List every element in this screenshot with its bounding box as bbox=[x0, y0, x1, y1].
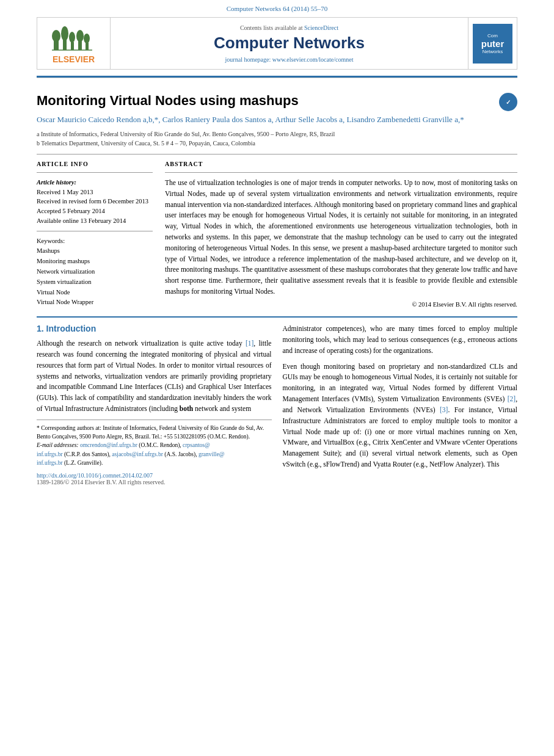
accepted-date: Accepted 5 February 2014 bbox=[37, 206, 153, 216]
revised-date: Received in revised form 6 December 2013 bbox=[37, 197, 153, 206]
main-content: 1. Introduction Although the research on… bbox=[37, 324, 517, 485]
section-divider bbox=[37, 154, 517, 154]
authors-text: Oscar Mauricio Caicedo Rendon a,b,*, Car… bbox=[37, 115, 464, 124]
cn-logo-bot: Networks bbox=[483, 49, 503, 54]
footnote-divider bbox=[37, 420, 272, 420]
keywords-section: Keywords: Mashups Monitoring mashups Net… bbox=[37, 236, 153, 308]
issn-text: 1389-1286/© 2014 Elsevier B.V. All right… bbox=[37, 479, 272, 485]
keywords-divider bbox=[37, 231, 153, 231]
keyword-4: System virtualization bbox=[37, 277, 153, 288]
intro-right-col: Administrator competences), who are many… bbox=[283, 324, 518, 485]
keyword-2: Monitoring mashups bbox=[37, 256, 153, 267]
email1-link[interactable]: omcrendon@inf.ufrgs.br bbox=[80, 442, 137, 448]
copyright-line: © 2014 Elsevier B.V. All rights reserved… bbox=[165, 301, 517, 308]
affiliations: a Institute of Informatics, Federal Univ… bbox=[37, 129, 517, 148]
email-footnote: E-mail addresses: omcrendon@inf.ufrgs.br… bbox=[37, 441, 272, 467]
intro-left-col: 1. Introduction Although the research on… bbox=[37, 324, 272, 485]
intro-paragraph-1: Although the research on network virtual… bbox=[37, 338, 272, 415]
ref-2-link[interactable]: [2] bbox=[508, 395, 516, 402]
title-row: Monitoring Virtual Nodes using mashups ✓ bbox=[37, 84, 517, 114]
sciencedirect-link[interactable]: ScienceDirect bbox=[304, 24, 338, 31]
keyword-3: Network virtualization bbox=[37, 267, 153, 277]
cn-logo-section: Com puter Networks bbox=[468, 18, 517, 69]
abstract-title: ABSTRACT bbox=[165, 161, 517, 167]
intro-number: 1. bbox=[37, 324, 44, 333]
journal-title-section: Contents lists available at ScienceDirec… bbox=[111, 18, 468, 69]
journal-title: Computer Networks bbox=[214, 34, 365, 53]
affiliation-b: b Telematics Department, University of C… bbox=[37, 139, 517, 148]
received-date: Received 1 May 2013 bbox=[37, 187, 153, 197]
keyword-1: Mashups bbox=[37, 246, 153, 256]
intro-paragraph-3: Even though monitoring based on propriet… bbox=[283, 362, 518, 470]
article-info-column: ARTICLE INFO Article history: Received 1… bbox=[37, 161, 153, 308]
elsevier-tree-icon bbox=[51, 23, 97, 52]
svg-point-1 bbox=[52, 30, 60, 42]
article-history: Article history: Received 1 May 2013 Rec… bbox=[37, 178, 153, 226]
doi-link[interactable]: http://dx.doi.org/10.1016/j.comnet.2014.… bbox=[37, 472, 272, 479]
keywords-label: Keywords: bbox=[37, 238, 65, 244]
article-body: Monitoring Virtual Nodes using mashups ✓… bbox=[0, 78, 554, 492]
intro-heading: 1. Introduction bbox=[37, 324, 272, 333]
svg-rect-2 bbox=[63, 40, 67, 50]
keyword-5: Virtual Node bbox=[37, 288, 153, 298]
svg-point-7 bbox=[76, 30, 84, 42]
svg-rect-0 bbox=[54, 41, 59, 50]
affiliation-a: a Institute of Informatics, Federal Univ… bbox=[37, 129, 517, 139]
svg-rect-8 bbox=[86, 43, 89, 50]
abstract-text: The use of virtualization technologies i… bbox=[165, 178, 517, 297]
abstract-column: ABSTRACT The use of virtualization techn… bbox=[165, 161, 517, 308]
svg-rect-6 bbox=[78, 41, 82, 50]
article-title: Monitoring Virtual Nodes using mashups bbox=[37, 93, 299, 109]
intro-paragraph-2: Administrator competences), who are many… bbox=[283, 324, 518, 356]
history-label: Article history: bbox=[37, 179, 76, 186]
available-date: Available online 13 February 2014 bbox=[37, 216, 153, 226]
svg-rect-4 bbox=[71, 42, 74, 50]
crossmark-icon[interactable]: ✓ bbox=[499, 93, 517, 111]
elsevier-brand-text: ELSEVIER bbox=[53, 54, 95, 64]
svg-point-5 bbox=[69, 32, 75, 43]
email3-link[interactable]: asjacobs@inf.ufrgs.br bbox=[112, 451, 163, 457]
homepage-url: journal homepage: www.elsevier.com/locat… bbox=[225, 56, 354, 63]
cn-logo-mid: puter bbox=[481, 38, 505, 49]
main-divider bbox=[37, 316, 517, 318]
ref-1-link[interactable]: [1] bbox=[246, 340, 253, 347]
info-abstract-section: ARTICLE INFO Article history: Received 1… bbox=[37, 161, 517, 308]
elsevier-logo: ELSEVIER bbox=[51, 23, 97, 64]
journal-reference-text: Computer Networks 64 (2014) 55–70 bbox=[227, 5, 328, 12]
keyword-6: Virtual Node Wrapper bbox=[37, 297, 153, 308]
authors: Oscar Mauricio Caicedo Rendon a,b,*, Car… bbox=[37, 114, 517, 126]
ref-3-link[interactable]: [3] bbox=[440, 406, 448, 413]
svg-point-9 bbox=[84, 34, 90, 43]
contents-available-text: Contents lists available at ScienceDirec… bbox=[240, 24, 338, 31]
abstract-divider bbox=[165, 172, 517, 173]
footnotes: * Corresponding authors at: Institute of… bbox=[37, 424, 272, 467]
article-info-divider bbox=[37, 172, 153, 173]
cn-logo-top: Com bbox=[487, 33, 498, 38]
intro-title: Introduction bbox=[46, 324, 97, 333]
cn-logo: Com puter Networks bbox=[473, 24, 512, 64]
journal-header: ELSEVIER Contents lists available at Sci… bbox=[37, 17, 517, 70]
star-footnote: * Corresponding authors at: Institute of… bbox=[37, 424, 272, 442]
svg-point-3 bbox=[61, 26, 68, 41]
journal-reference-bar: Computer Networks 64 (2014) 55–70 bbox=[0, 0, 554, 15]
elsevier-logo-section: ELSEVIER bbox=[37, 18, 111, 69]
article-info-title: ARTICLE INFO bbox=[37, 161, 153, 167]
